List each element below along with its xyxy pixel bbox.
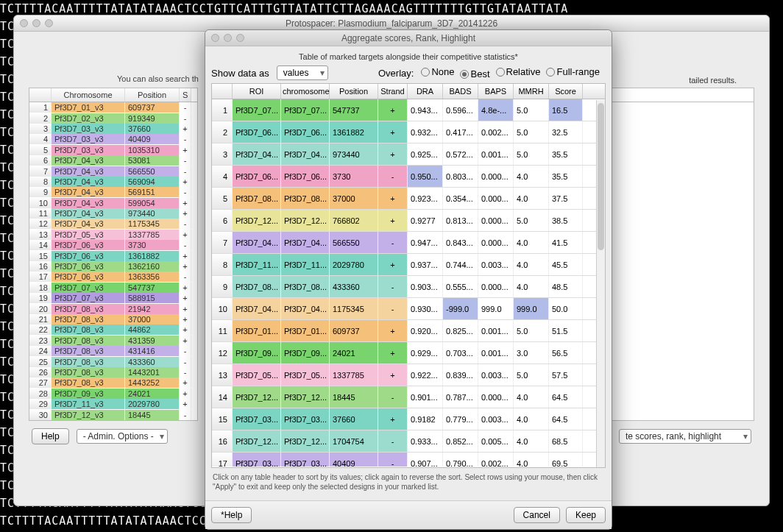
table-row[interactable]: 1Pf3D7_01_v3609737- xyxy=(29,102,197,113)
table-row[interactable]: 19Pf3D7_07_v3588915+ xyxy=(29,293,197,303)
aggregate-modal: Aggregate scores, Rank, Highlight Table … xyxy=(205,29,612,530)
agg-row[interactable]: 11 Pf3D7_01... Pf3D7_01... 609737 + 0.92… xyxy=(212,320,605,342)
table-row[interactable]: 22Pf3D7_08_v344862+ xyxy=(29,324,197,335)
agg-header-mmrh[interactable]: MMRH xyxy=(514,84,549,99)
agg-row[interactable]: 6 Pf3D7_12... Pf3D7_12... 766802 + 0.927… xyxy=(212,210,605,232)
table-row[interactable]: 12Pf3D7_04_v31175345- xyxy=(29,219,197,229)
overlay-radio-best[interactable]: Best xyxy=(460,68,489,79)
table-row[interactable]: 17Pf3D7_06_v31363356- xyxy=(29,272,197,282)
table-row[interactable]: 13Pf3D7_05_v31337785+ xyxy=(29,230,197,240)
agg-header-strand[interactable]: Strand xyxy=(378,84,408,99)
admin-options-select[interactable]: - Admin. Options - xyxy=(77,429,168,444)
table-row[interactable]: 8Pf3D7_04_v3569094+ xyxy=(29,177,197,187)
agg-row[interactable]: 7 Pf3D7_04... Pf3D7_04... 566550 - 0.947… xyxy=(212,232,605,254)
help-button[interactable]: Help xyxy=(32,428,69,444)
overlay-radio-relative[interactable]: Relative xyxy=(496,66,541,77)
table-row[interactable]: 5Pf3D7_03_v31035310+ xyxy=(29,145,197,155)
agg-row[interactable]: 1 Pf3D7_07... Pf3D7_07... 547737 + 0.943… xyxy=(212,99,605,121)
agg-header-rownum[interactable] xyxy=(212,84,233,99)
table-row[interactable]: 16Pf3D7_06_v31362160+ xyxy=(29,261,197,272)
agg-row[interactable]: 13 Pf3D7_05... Pf3D7_05... 1337785 + 0.9… xyxy=(212,364,605,386)
table-row[interactable]: 24Pf3D7_08_v3431416- xyxy=(29,346,197,356)
agg-header-bads[interactable]: BADS xyxy=(443,84,478,99)
table-row[interactable]: 15Pf3D7_06_v31361882+ xyxy=(29,250,197,260)
header-strand[interactable]: S xyxy=(180,88,191,102)
agg-header-baps[interactable]: BAPS xyxy=(478,84,514,99)
modal-help-button[interactable]: *Help xyxy=(211,507,252,523)
zoom-icon[interactable] xyxy=(45,19,53,27)
zoom-icon[interactable] xyxy=(236,34,244,42)
modal-title: Aggregate scores, Rank, Highlight xyxy=(210,33,607,43)
agg-row[interactable]: 2 Pf3D7_06... Pf3D7_06... 1361882 + 0.93… xyxy=(212,121,605,143)
show-as-label: Show data as xyxy=(211,68,269,79)
table-row[interactable]: 20Pf3D7_08_v321942+ xyxy=(29,303,197,313)
overlay-radio-full-range[interactable]: Full-range xyxy=(546,66,600,77)
table-row[interactable]: 11Pf3D7_04_v3973440+ xyxy=(29,208,197,219)
table-row[interactable]: 27Pf3D7_08_v31443252+ xyxy=(29,377,197,388)
table-row[interactable]: 14Pf3D7_06_v33730- xyxy=(29,240,197,250)
agg-row[interactable]: 8 Pf3D7_11... Pf3D7_11... 2029780 + 0.93… xyxy=(212,254,605,276)
scrollbar-thumb[interactable] xyxy=(598,103,604,250)
cancel-button[interactable]: Cancel xyxy=(514,507,560,523)
main-window-title: Protospacer: Plasmodium_falciparum_3D7_2… xyxy=(18,18,765,29)
table-row[interactable]: 4Pf3D7_03_v340409- xyxy=(29,134,197,144)
table-row[interactable]: 3Pf3D7_03_v337660+ xyxy=(29,124,197,134)
modal-subtitle: Table of marked targets alongside their … xyxy=(211,52,606,61)
table-row[interactable]: 2Pf3D7_02_v3919349- xyxy=(29,113,197,123)
modal-traffic-lights xyxy=(211,34,244,42)
header-rownum[interactable] xyxy=(29,88,52,102)
overlay-radio-none[interactable]: None xyxy=(421,66,454,77)
agg-row[interactable]: 9 Pf3D7_08... Pf3D7_08... 433360 - 0.903… xyxy=(212,276,605,298)
agg-row[interactable]: 15 Pf3D7_03... Pf3D7_03... 37660 + 0.918… xyxy=(212,408,605,430)
agg-row[interactable]: 14 Pf3D7_12... Pf3D7_12... 18445 - 0.901… xyxy=(212,386,605,408)
agg-row[interactable]: 17 Pf3D7_03... Pf3D7_03... 40409 - 0.907… xyxy=(212,453,605,467)
agg-row[interactable]: 3 Pf3D7_04... Pf3D7_04... 973440 + 0.925… xyxy=(212,143,605,166)
overlay-label: Overlay: xyxy=(378,68,414,79)
minimize-icon[interactable] xyxy=(224,34,232,42)
table-row[interactable]: 29Pf3D7_11_v32029780+ xyxy=(29,399,197,409)
header-chromosome[interactable]: Chromosome xyxy=(52,88,125,102)
agg-row[interactable]: 4 Pf3D7_06... Pf3D7_06... 3730 - 0.950..… xyxy=(212,166,605,188)
close-icon[interactable] xyxy=(211,34,219,42)
aggregate-scores-select[interactable]: te scores, rank, highlight xyxy=(619,429,751,444)
agg-header-roi[interactable]: ROI xyxy=(233,84,281,99)
agg-row[interactable]: 12 Pf3D7_09... Pf3D7_09... 24021 + 0.929… xyxy=(212,342,605,364)
table-row[interactable]: 18Pf3D7_07_v3547737+ xyxy=(29,283,197,293)
hint-text-2: You can also search th xyxy=(117,74,199,83)
table-row[interactable]: 30Pf3D7_12_v318445- xyxy=(29,409,197,419)
header-position[interactable]: Position xyxy=(125,88,180,102)
left-table: Chromosome Position S 1Pf3D7_01_v3609737… xyxy=(29,88,198,421)
agg-header-chromosome[interactable]: chromosome xyxy=(281,84,330,99)
agg-row[interactable]: 5 Pf3D7_08... Pf3D7_08... 37000 + 0.923.… xyxy=(212,188,605,210)
agg-header-score[interactable]: Score xyxy=(549,84,583,99)
table-row[interactable]: 23Pf3D7_08_v3431359+ xyxy=(29,336,197,346)
aggregate-table: ROIchromosomePositionStrandDRABADSBAPSMM… xyxy=(211,83,606,468)
hint-text-3: tailed results. xyxy=(689,76,737,85)
agg-header-dra[interactable]: DRA xyxy=(408,84,443,99)
minimize-icon[interactable] xyxy=(32,19,40,27)
scrollbar[interactable] xyxy=(596,100,605,467)
agg-row[interactable]: 10 Pf3D7_04... Pf3D7_04... 1175345 - 0.9… xyxy=(212,298,605,320)
close-icon[interactable] xyxy=(20,19,28,27)
table-row[interactable]: 21Pf3D7_08_v337000+ xyxy=(29,314,197,324)
table-row[interactable]: 28Pf3D7_09_v324021+ xyxy=(29,389,197,399)
table-row[interactable]: 10Pf3D7_04_v3599054+ xyxy=(29,198,197,208)
table-row[interactable]: 25Pf3D7_08_v3433360- xyxy=(29,356,197,366)
modal-footnote: Click on any table header to sort by its… xyxy=(211,468,606,496)
table-row[interactable]: 6Pf3D7_04_v353081- xyxy=(29,155,197,166)
agg-header-position[interactable]: Position xyxy=(330,84,378,99)
modal-titlebar: Aggregate scores, Rank, Highlight xyxy=(205,30,612,46)
keep-button[interactable]: Keep xyxy=(566,507,606,523)
table-row[interactable]: 26Pf3D7_08_v31443201- xyxy=(29,367,197,377)
agg-row[interactable]: 16 Pf3D7_12... Pf3D7_12... 1704754 - 0.9… xyxy=(212,430,605,453)
table-row[interactable]: 9Pf3D7_04_v3569151- xyxy=(29,187,197,197)
table-row[interactable]: 7Pf3D7_04_v3566550- xyxy=(29,166,197,176)
traffic-lights xyxy=(20,19,53,27)
show-as-select[interactable]: values xyxy=(277,65,328,80)
